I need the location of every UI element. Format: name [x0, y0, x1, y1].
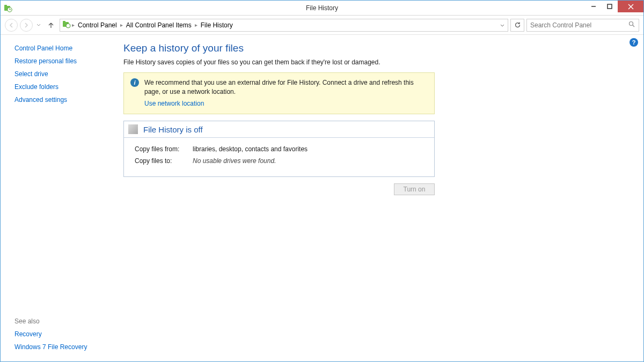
chevron-right-icon: ▸ [120, 22, 123, 28]
notice-box: i We recommend that you use an external … [123, 72, 435, 114]
status-body: Copy files from: libraries, desktop, con… [124, 138, 434, 176]
breadcrumb-item[interactable]: File History [199, 21, 235, 29]
search-input[interactable] [530, 21, 628, 29]
svg-rect-4 [608, 4, 612, 9]
window-title: File History [306, 4, 338, 12]
svg-point-9 [66, 24, 70, 28]
history-dropdown[interactable] [35, 24, 42, 27]
search-box[interactable] [526, 19, 639, 32]
file-history-icon [4, 4, 12, 12]
forward-button[interactable] [20, 19, 33, 32]
back-button[interactable] [5, 19, 18, 32]
copy-to-row: Copy files to: No usable drives were fou… [135, 157, 423, 165]
copy-from-value: libraries, desktop, contacts and favorit… [193, 145, 308, 153]
titlebar: File History [1, 1, 643, 16]
sidebar-link-home[interactable]: Control Panel Home [14, 45, 111, 52]
copy-from-label: Copy files from: [135, 145, 193, 153]
svg-rect-1 [4, 5, 7, 6]
breadcrumb-item[interactable]: Control Panel [76, 21, 119, 29]
action-row: Turn on [123, 183, 435, 195]
info-icon: i [130, 78, 139, 87]
svg-point-10 [630, 21, 633, 25]
copy-to-label: Copy files to: [135, 157, 193, 165]
maximize-button[interactable] [602, 1, 618, 12]
sidebar: Control Panel Home Restore personal file… [1, 35, 116, 361]
toolbar: ▸ Control Panel ▸ All Control Panel Item… [1, 16, 643, 35]
main-panel: Keep a history of your files File Histor… [116, 35, 643, 361]
chevron-right-icon: ▸ [195, 22, 197, 28]
minimize-button[interactable] [586, 1, 602, 12]
copy-from-row: Copy files from: libraries, desktop, con… [135, 145, 423, 153]
up-button[interactable] [46, 20, 56, 31]
notice-text: We recommend that you use an external dr… [144, 79, 414, 95]
turn-on-button[interactable]: Turn on [394, 183, 435, 195]
sidebar-link-select-drive[interactable]: Select drive [14, 70, 111, 78]
window-controls [586, 1, 643, 12]
page-heading: Keep a history of your files [123, 42, 627, 54]
status-box: File History is off Copy files from: lib… [123, 121, 435, 177]
search-icon[interactable] [628, 21, 635, 29]
close-button[interactable] [618, 1, 643, 12]
chevron-right-icon: ▸ [72, 22, 75, 28]
status-title: File History is off [143, 125, 203, 134]
notice-message: We recommend that you use an external dr… [144, 78, 428, 108]
sidebar-link-restore[interactable]: Restore personal files [14, 57, 111, 65]
address-bar[interactable]: ▸ Control Panel ▸ All Control Panel Item… [60, 19, 508, 32]
address-dropdown[interactable] [497, 21, 508, 29]
status-swatch-icon [128, 124, 138, 134]
use-network-link[interactable]: Use network location [144, 99, 204, 108]
help-icon[interactable]: ? [630, 38, 638, 47]
status-header: File History is off [124, 121, 434, 138]
svg-rect-8 [63, 21, 65, 23]
copy-to-value: No usable drives were found. [193, 157, 276, 165]
folder-icon [62, 20, 71, 30]
sidebar-link-exclude[interactable]: Exclude folders [14, 83, 111, 91]
content-body: ? Control Panel Home Restore personal fi… [1, 35, 643, 361]
refresh-button[interactable] [510, 19, 524, 32]
breadcrumb-item[interactable]: All Control Panel Items [124, 21, 194, 29]
svg-line-11 [633, 25, 634, 27]
page-subheading: File History saves copies of your files … [123, 58, 627, 66]
see-also-win7[interactable]: Windows 7 File Recovery [14, 343, 111, 351]
sidebar-link-advanced[interactable]: Advanced settings [14, 96, 111, 104]
see-also-recovery[interactable]: Recovery [14, 330, 111, 338]
see-also-header: See also [14, 317, 111, 325]
